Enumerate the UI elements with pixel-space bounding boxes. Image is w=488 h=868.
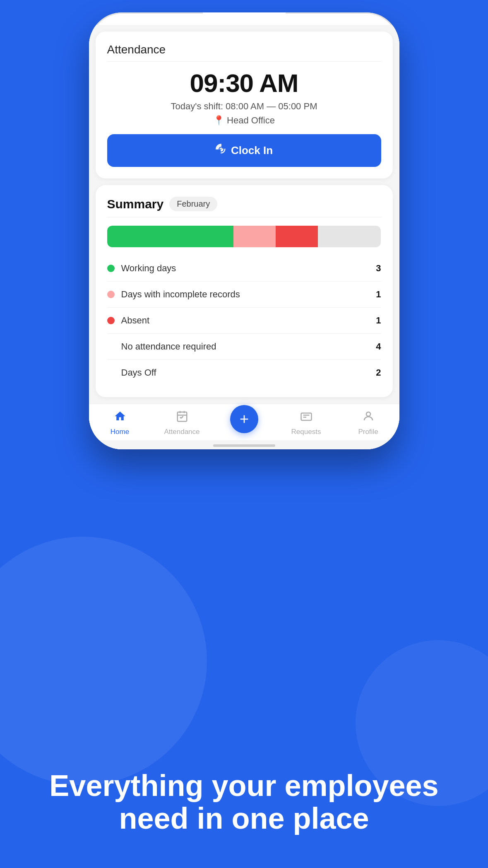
requests-icon [300, 410, 313, 425]
stat-row-incomplete: Days with incomplete records 1 [107, 282, 381, 308]
stat-row-days-off: Days Off 2 [107, 360, 381, 386]
dot-incomplete [107, 291, 115, 298]
location-name: Head Office [227, 115, 275, 126]
stat-value-incomplete: 1 [376, 289, 381, 300]
dot-absent [107, 317, 115, 324]
phone-notch [203, 12, 286, 25]
bottom-nav: Home Attendance [89, 404, 399, 440]
shift-info: Today's shift: 08:00 AM — 05:00 PM [107, 101, 381, 112]
stat-row-working-days: Working days 3 [107, 256, 381, 282]
progress-segment-other [318, 226, 381, 247]
phone-frame: Attendance 09:30 AM Today's shift: 08:00… [89, 12, 399, 449]
location-pin-icon: 📍 [213, 115, 224, 126]
svg-point-7 [366, 412, 370, 416]
bg-circle-1 [0, 537, 207, 785]
phone-wrapper: Attendance 09:30 AM Today's shift: 08:00… [83, 0, 406, 462]
nav-item-requests[interactable]: Requests [275, 410, 337, 436]
home-icon [114, 410, 126, 425]
nav-item-home[interactable]: Home [89, 410, 151, 436]
stat-value-absent: 1 [376, 315, 381, 326]
stat-label-no-attendance: No attendance required [121, 341, 376, 352]
progress-bar [107, 226, 381, 247]
nav-label-attendance: Attendance [164, 428, 200, 436]
nav-item-add[interactable] [213, 413, 275, 433]
nav-label-requests: Requests [291, 428, 321, 436]
svg-line-5 [181, 416, 183, 418]
stat-label-days-off: Days Off [121, 367, 376, 378]
fingerprint-icon [215, 143, 227, 158]
time-display: 09:30 AM [107, 68, 381, 98]
summary-title: Summary [107, 197, 164, 211]
attendance-card: Attendance 09:30 AM Today's shift: 08:00… [96, 31, 393, 178]
stat-value-working-days: 3 [376, 263, 381, 274]
tagline-text: Everything your employees need in one pl… [33, 769, 455, 835]
stat-label-working-days: Working days [121, 263, 376, 274]
attendance-icon [176, 410, 188, 425]
month-badge[interactable]: February [169, 197, 217, 211]
nav-label-profile: Profile [358, 428, 378, 436]
phone-screen: Attendance 09:30 AM Today's shift: 08:00… [89, 25, 399, 449]
profile-icon [362, 410, 375, 425]
stat-value-no-attendance: 4 [376, 341, 381, 352]
stat-row-no-attendance: No attendance required 4 [107, 334, 381, 360]
clock-in-button[interactable]: Clock In [107, 134, 381, 167]
add-button[interactable] [230, 405, 258, 433]
progress-segment-absent [276, 226, 318, 247]
dot-working [107, 265, 115, 272]
summary-card: Summary February Working days 3 [96, 185, 393, 397]
summary-header: Summary February [107, 197, 381, 217]
stat-value-days-off: 2 [376, 367, 381, 378]
progress-segment-incomplete [233, 226, 276, 247]
tagline-section: Everything your employees need in one pl… [0, 769, 488, 835]
location: 📍 Head Office [107, 115, 381, 126]
attendance-title: Attendance [107, 43, 381, 62]
nav-item-profile[interactable]: Profile [337, 410, 399, 436]
stat-label-absent: Absent [121, 315, 376, 326]
clock-in-label: Clock In [231, 144, 273, 157]
nav-label-home: Home [111, 428, 129, 436]
home-indicator [213, 444, 275, 447]
stat-label-incomplete: Days with incomplete records [121, 289, 376, 300]
nav-item-attendance[interactable]: Attendance [151, 410, 213, 436]
stat-row-absent: Absent 1 [107, 308, 381, 334]
progress-segment-working [107, 226, 234, 247]
